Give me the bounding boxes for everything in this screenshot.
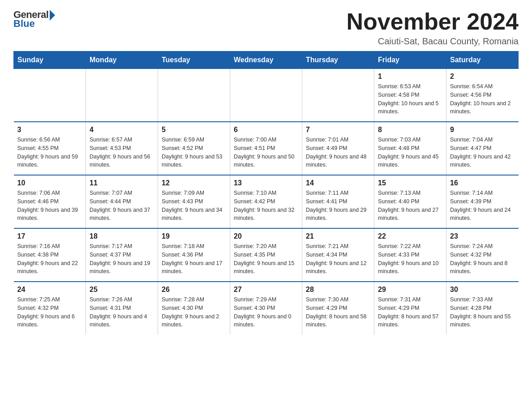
day-number: 21	[306, 232, 370, 240]
day-number: 4	[90, 126, 154, 134]
calendar-cell: 17Sunrise: 7:16 AMSunset: 4:38 PMDayligh…	[14, 228, 86, 282]
subtitle: Caiuti-Sat, Bacau County, Romania	[347, 36, 519, 47]
day-info: Sunrise: 6:57 AMSunset: 4:53 PMDaylight:…	[90, 136, 154, 169]
column-header-thursday: Thursday	[302, 51, 374, 69]
calendar-cell: 5Sunrise: 6:59 AMSunset: 4:52 PMDaylight…	[158, 122, 230, 175]
day-info: Sunrise: 7:28 AMSunset: 4:30 PMDaylight:…	[162, 295, 226, 329]
calendar-cell: 18Sunrise: 7:17 AMSunset: 4:37 PMDayligh…	[86, 228, 158, 282]
day-info: Sunrise: 7:09 AMSunset: 4:43 PMDaylight:…	[162, 189, 226, 223]
day-info: Sunrise: 7:17 AMSunset: 4:37 PMDaylight:…	[90, 242, 154, 276]
calendar-cell: 3Sunrise: 6:56 AMSunset: 4:55 PMDaylight…	[14, 122, 86, 175]
day-info: Sunrise: 7:21 AMSunset: 4:34 PMDaylight:…	[306, 242, 370, 276]
day-info: Sunrise: 7:13 AMSunset: 4:40 PMDaylight:…	[378, 189, 442, 223]
day-info: Sunrise: 6:56 AMSunset: 4:55 PMDaylight:…	[17, 136, 82, 169]
calendar-week-row: 1Sunrise: 6:53 AMSunset: 4:58 PMDaylight…	[14, 69, 519, 122]
column-header-friday: Friday	[374, 51, 446, 69]
column-header-monday: Monday	[86, 51, 158, 69]
calendar-cell	[302, 69, 374, 122]
day-info: Sunrise: 7:29 AMSunset: 4:30 PMDaylight:…	[234, 295, 298, 329]
calendar-cell	[158, 69, 230, 122]
day-info: Sunrise: 7:16 AMSunset: 4:38 PMDaylight:…	[17, 242, 82, 276]
calendar-cell: 16Sunrise: 7:14 AMSunset: 4:39 PMDayligh…	[446, 175, 519, 228]
day-number: 17	[17, 232, 82, 240]
day-info: Sunrise: 7:06 AMSunset: 4:46 PMDaylight:…	[17, 189, 82, 223]
column-header-wednesday: Wednesday	[230, 51, 302, 69]
calendar-cell: 27Sunrise: 7:29 AMSunset: 4:30 PMDayligh…	[230, 282, 302, 334]
calendar-cell: 28Sunrise: 7:30 AMSunset: 4:29 PMDayligh…	[302, 282, 374, 334]
day-number: 15	[378, 179, 442, 187]
main-title: November 2024	[347, 9, 519, 34]
day-number: 29	[378, 286, 442, 294]
calendar-cell: 4Sunrise: 6:57 AMSunset: 4:53 PMDaylight…	[86, 122, 158, 175]
calendar-week-row: 24Sunrise: 7:25 AMSunset: 4:32 PMDayligh…	[14, 282, 519, 334]
day-number: 7	[306, 126, 370, 134]
day-number: 26	[162, 286, 226, 294]
day-number: 19	[162, 232, 226, 240]
calendar-cell: 22Sunrise: 7:22 AMSunset: 4:33 PMDayligh…	[374, 228, 446, 282]
calendar-week-row: 3Sunrise: 6:56 AMSunset: 4:55 PMDaylight…	[14, 122, 519, 175]
calendar-cell: 11Sunrise: 7:07 AMSunset: 4:44 PMDayligh…	[86, 175, 158, 228]
day-info: Sunrise: 7:10 AMSunset: 4:42 PMDaylight:…	[234, 189, 298, 223]
day-info: Sunrise: 7:31 AMSunset: 4:29 PMDaylight:…	[378, 295, 442, 329]
calendar-cell: 24Sunrise: 7:25 AMSunset: 4:32 PMDayligh…	[14, 282, 86, 334]
day-number: 9	[450, 126, 515, 134]
day-info: Sunrise: 7:03 AMSunset: 4:48 PMDaylight:…	[378, 136, 442, 169]
calendar-cell	[230, 69, 302, 122]
day-number: 1	[378, 73, 442, 81]
day-number: 3	[17, 126, 82, 134]
day-info: Sunrise: 6:59 AMSunset: 4:52 PMDaylight:…	[162, 136, 226, 169]
calendar-cell: 12Sunrise: 7:09 AMSunset: 4:43 PMDayligh…	[158, 175, 230, 228]
calendar-cell	[86, 69, 158, 122]
day-number: 24	[17, 286, 82, 294]
day-info: Sunrise: 7:14 AMSunset: 4:39 PMDaylight:…	[450, 189, 515, 223]
title-block: November 2024 Caiuti-Sat, Bacau County, …	[347, 9, 519, 47]
day-number: 5	[162, 126, 226, 134]
day-number: 20	[234, 232, 298, 240]
day-number: 22	[378, 232, 442, 240]
day-info: Sunrise: 6:53 AMSunset: 4:58 PMDaylight:…	[378, 82, 442, 116]
day-info: Sunrise: 7:22 AMSunset: 4:33 PMDaylight:…	[378, 242, 442, 276]
day-number: 16	[450, 179, 515, 187]
day-number: 12	[162, 179, 226, 187]
day-number: 8	[378, 126, 442, 134]
day-info: Sunrise: 7:07 AMSunset: 4:44 PMDaylight:…	[90, 189, 154, 223]
calendar-cell: 10Sunrise: 7:06 AMSunset: 4:46 PMDayligh…	[14, 175, 86, 228]
calendar-cell: 23Sunrise: 7:24 AMSunset: 4:32 PMDayligh…	[446, 228, 519, 282]
calendar-cell: 15Sunrise: 7:13 AMSunset: 4:40 PMDayligh…	[374, 175, 446, 228]
day-info: Sunrise: 7:30 AMSunset: 4:29 PMDaylight:…	[306, 295, 370, 329]
day-info: Sunrise: 7:26 AMSunset: 4:31 PMDaylight:…	[90, 295, 154, 329]
column-header-saturday: Saturday	[446, 51, 519, 69]
calendar-week-row: 17Sunrise: 7:16 AMSunset: 4:38 PMDayligh…	[14, 228, 519, 282]
calendar-cell: 6Sunrise: 7:00 AMSunset: 4:51 PMDaylight…	[230, 122, 302, 175]
calendar-week-row: 10Sunrise: 7:06 AMSunset: 4:46 PMDayligh…	[14, 175, 519, 228]
calendar-header-row: SundayMondayTuesdayWednesdayThursdayFrid…	[14, 51, 519, 69]
day-info: Sunrise: 6:54 AMSunset: 4:56 PMDaylight:…	[450, 82, 515, 116]
calendar-cell: 8Sunrise: 7:03 AMSunset: 4:48 PMDaylight…	[374, 122, 446, 175]
day-number: 11	[90, 179, 154, 187]
day-number: 10	[17, 179, 82, 187]
day-number: 23	[450, 232, 515, 240]
day-number: 25	[90, 286, 154, 294]
day-number: 13	[234, 179, 298, 187]
logo: General Blue	[13, 9, 55, 30]
column-header-tuesday: Tuesday	[158, 51, 230, 69]
calendar-cell: 29Sunrise: 7:31 AMSunset: 4:29 PMDayligh…	[374, 282, 446, 334]
calendar-cell: 19Sunrise: 7:18 AMSunset: 4:36 PMDayligh…	[158, 228, 230, 282]
calendar-table: SundayMondayTuesdayWednesdayThursdayFrid…	[13, 51, 519, 334]
day-info: Sunrise: 7:33 AMSunset: 4:28 PMDaylight:…	[450, 295, 515, 329]
logo-arrow-icon	[50, 10, 55, 21]
day-info: Sunrise: 7:01 AMSunset: 4:49 PMDaylight:…	[306, 136, 370, 169]
day-number: 27	[234, 286, 298, 294]
day-info: Sunrise: 7:25 AMSunset: 4:32 PMDaylight:…	[17, 295, 82, 329]
day-number: 14	[306, 179, 370, 187]
day-number: 2	[450, 73, 515, 81]
day-info: Sunrise: 7:24 AMSunset: 4:32 PMDaylight:…	[450, 242, 515, 276]
calendar-cell: 26Sunrise: 7:28 AMSunset: 4:30 PMDayligh…	[158, 282, 230, 334]
day-number: 6	[234, 126, 298, 134]
day-info: Sunrise: 7:00 AMSunset: 4:51 PMDaylight:…	[234, 136, 298, 169]
column-header-sunday: Sunday	[14, 51, 86, 69]
day-number: 28	[306, 286, 370, 294]
calendar-cell: 21Sunrise: 7:21 AMSunset: 4:34 PMDayligh…	[302, 228, 374, 282]
day-info: Sunrise: 7:20 AMSunset: 4:35 PMDaylight:…	[234, 242, 298, 276]
calendar-cell: 1Sunrise: 6:53 AMSunset: 4:58 PMDaylight…	[374, 69, 446, 122]
